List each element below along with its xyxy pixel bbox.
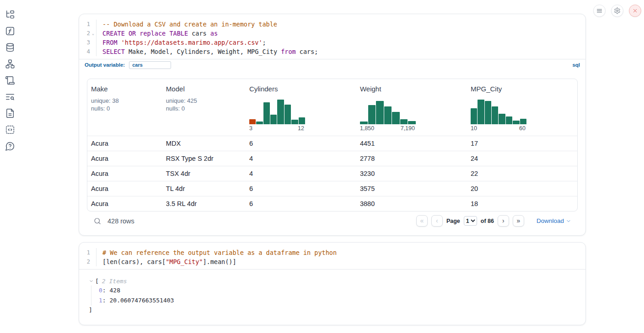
tree-item[interactable]: 1: 20.060747663551403 [99,296,585,306]
table-cell[interactable]: Acura [87,181,162,196]
sidebar-item-dependency-graph[interactable] [5,59,15,69]
tree-item[interactable]: 0: 428 [99,285,585,296]
histogram-bar[interactable] [520,119,526,124]
next-page-button[interactable]: › [498,215,509,227]
search-icon[interactable] [93,217,102,225]
chevron-down-icon[interactable] [89,279,94,284]
fold-spacer [90,257,97,266]
histogram-bar[interactable] [400,119,408,124]
histogram-bar[interactable] [471,108,477,124]
histogram-bar[interactable] [485,101,491,124]
sidebar-item-logs[interactable] [5,75,15,85]
code-line[interactable]: 3FROM 'https://datasets.marimo.app/cars.… [79,38,585,47]
histogram-bar[interactable] [392,112,400,124]
table-cell[interactable]: TL 4dr [162,181,246,196]
histogram-bar[interactable] [360,122,368,124]
code-line[interactable]: 4SELECT Make, Model, Cylinders, Weight, … [79,47,585,56]
column-header-weight[interactable]: Weight1,8507,190 [356,79,467,136]
table-cell[interactable]: Acura [87,166,162,181]
histogram-bar[interactable] [277,100,284,124]
sidebar-item-outline-search[interactable] [5,92,15,102]
table-row[interactable]: Acura3.5 RL 4dr6388018 [87,196,577,211]
table-cell[interactable]: 3.5 RL 4dr [162,196,246,211]
histogram-bar[interactable] [270,115,277,124]
table-cell[interactable]: 6 [246,181,356,196]
table-cell[interactable]: MDX [162,136,246,151]
sql-cell: 1-- Download a CSV and create an in-memo… [79,14,586,236]
histogram-bar[interactable] [263,102,270,124]
sidebar-item-file-explorer[interactable] [5,10,15,20]
python-code-editor[interactable]: 1# We can reference the output variable … [79,243,585,269]
chevron-down-icon [566,218,571,224]
table-cell[interactable]: 2778 [356,151,467,166]
code-line[interactable]: 1# We can reference the output variable … [79,248,585,257]
page-select[interactable]: 1 [464,216,477,226]
last-page-button[interactable]: » [513,215,524,227]
code-line[interactable]: 2[len(cars), cars["MPG_City"].mean()] [79,257,585,266]
table-cell[interactable]: Acura [87,196,162,211]
table-cell[interactable]: 3880 [356,196,467,211]
column-header-make[interactable]: Makeunique: 38nulls: 0 [87,79,162,136]
histogram-bar[interactable] [291,120,298,124]
histogram-bar[interactable] [284,105,291,124]
column-header-model[interactable]: Modelunique: 425nulls: 0 [162,79,246,136]
line-number: 4 [79,47,90,56]
histogram-bar[interactable] [256,122,263,124]
download-button[interactable]: Download [537,217,571,224]
table-cell[interactable]: 17 [467,136,577,151]
table-cell[interactable]: 6 [246,196,356,211]
tree-item-separator: : [102,297,110,304]
histogram-bar[interactable] [478,100,484,124]
histogram-bar[interactable] [513,121,519,124]
table-cell[interactable]: 4451 [356,136,467,151]
table-row[interactable]: AcuraTL 4dr6357520 [87,181,577,196]
table-cell[interactable]: Acura [87,151,162,166]
table-cell[interactable]: 18 [467,196,577,211]
sql-code-editor[interactable]: 1-- Download a CSV and create an in-memo… [79,14,585,59]
table-cell[interactable]: TSX 4dr [162,166,246,181]
code-line[interactable]: 1-- Download a CSV and create an in-memo… [79,20,585,29]
table-cell[interactable]: 6 [246,136,356,151]
tree-item-value: 20.060747663551403 [109,297,174,304]
histogram-bar[interactable] [299,117,305,124]
histogram-bar[interactable] [384,106,392,124]
table-cell[interactable]: 3230 [356,166,467,181]
sidebar-item-variables[interactable] [5,26,15,36]
left-sidebar [0,0,20,151]
column-header-mpg_city[interactable]: MPG_City1060 [467,79,577,136]
fold-chevron-icon[interactable]: ⌄ [90,29,97,38]
code-line[interactable]: 2⌄CREATE OR replace TABLE cars as [79,29,585,38]
table-cell[interactable]: 20 [467,181,577,196]
close-button[interactable] [629,5,641,17]
language-badge: sql [572,62,580,68]
sidebar-item-help[interactable] [5,141,15,151]
menu-button[interactable] [593,5,606,17]
table-cell[interactable]: Acura [87,136,162,151]
first-page-button[interactable]: « [416,215,428,227]
histogram-bar[interactable] [499,114,505,124]
histogram-bar[interactable] [408,121,416,124]
table-cell[interactable]: 3575 [356,181,467,196]
histogram-bar[interactable] [492,106,498,124]
histogram-bar[interactable] [506,116,512,124]
settings-button[interactable] [611,5,623,17]
table-cell[interactable]: 22 [467,166,577,181]
prev-page-button[interactable]: ‹ [431,215,443,227]
output-variable-input[interactable] [129,61,171,69]
table-cell[interactable]: RSX Type S 2dr [162,151,246,166]
table-row[interactable]: AcuraRSX Type S 2dr4277824 [87,151,577,166]
histogram-bar[interactable] [376,101,384,124]
sidebar-item-documentation[interactable] [5,108,15,118]
table-cell[interactable]: 4 [246,166,356,181]
table-cell[interactable]: 4 [246,151,356,166]
table-row[interactable]: AcuraTSX 4dr4323022 [87,166,577,181]
column-header-cylinders[interactable]: Cylinders312 [246,79,356,136]
sidebar-item-datasources[interactable] [5,42,15,53]
sidebar-item-snippets[interactable] [5,125,15,135]
table-cell[interactable]: 24 [467,151,577,166]
document-icon [5,108,15,118]
histogram-bar[interactable] [249,119,256,124]
fold-spacer [90,248,97,257]
table-row[interactable]: AcuraMDX6445117 [87,136,577,151]
histogram-bar[interactable] [368,105,376,124]
